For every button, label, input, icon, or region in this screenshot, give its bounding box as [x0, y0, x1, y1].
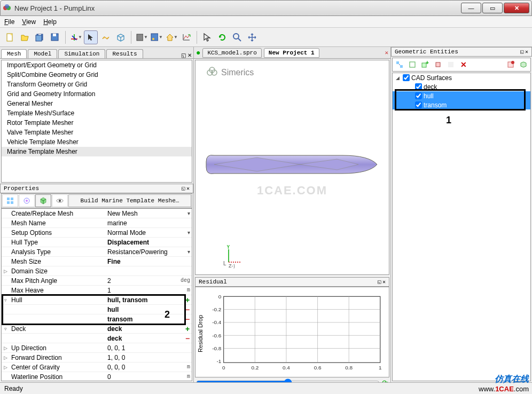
- add-icon[interactable]: +: [183, 325, 192, 333]
- properties-panel-title: Properties ◱✕: [0, 184, 193, 193]
- svg-rect-20: [11, 201, 13, 204]
- menu-help[interactable]: Help: [43, 18, 57, 26]
- tree-item-hull[interactable]: hull: [393, 91, 530, 100]
- svg-text:0.8: 0.8: [345, 365, 353, 371]
- prop-tool-2[interactable]: [19, 194, 35, 207]
- menu-file[interactable]: File: [4, 18, 14, 26]
- zoom-button[interactable]: [230, 30, 244, 44]
- svg-text:-0.4: -0.4: [212, 319, 222, 325]
- svg-text:-0.8: -0.8: [212, 345, 222, 351]
- list-item[interactable]: Vehicle Template Mesher: [2, 137, 192, 147]
- plot-button[interactable]: [179, 30, 193, 44]
- svg-text:1: 1: [379, 365, 382, 371]
- svg-text:-0.6: -0.6: [212, 333, 222, 338]
- svg-rect-13: [151, 34, 158, 41]
- geo-tool-5[interactable]: [445, 59, 457, 70]
- geo-tool-4[interactable]: [432, 59, 444, 70]
- close-panel-icon[interactable]: ✕: [187, 52, 192, 58]
- remove-icon[interactable]: −: [183, 305, 192, 314]
- list-item[interactable]: Marine Template Mesher: [2, 147, 192, 156]
- refresh-button[interactable]: [215, 30, 229, 44]
- list-item[interactable]: Grid and Geometry Information: [2, 89, 192, 99]
- 3d-viewport[interactable]: Simerics 1CAE.COM Y Z-｝ L: [195, 60, 389, 275]
- annotation-1: 1: [446, 115, 451, 126]
- close-panel-icon[interactable]: ✕: [525, 49, 528, 55]
- pan-button[interactable]: [245, 30, 259, 44]
- menu-view[interactable]: View: [22, 18, 36, 26]
- list-item[interactable]: General Mesher: [2, 99, 192, 108]
- tab-results[interactable]: Results: [106, 49, 143, 58]
- svg-text:-1: -1: [216, 358, 221, 364]
- minimize-button[interactable]: —: [461, 3, 481, 13]
- svg-point-24: [59, 200, 61, 202]
- svg-text:0.2: 0.2: [251, 365, 259, 371]
- add-icon[interactable]: +: [183, 296, 192, 304]
- save-image-button[interactable]: ▼: [150, 30, 163, 44]
- close-panel-icon[interactable]: ✕: [186, 185, 190, 192]
- list-item[interactable]: Split/Combine Geometry or Grid: [2, 70, 192, 80]
- geo-delete-icon[interactable]: ✕: [458, 59, 470, 70]
- undock-icon[interactable]: ◱: [182, 185, 185, 192]
- tree-item-deck[interactable]: deck: [393, 82, 530, 91]
- prop-tool-3[interactable]: [35, 194, 51, 207]
- simerics-logo: Simerics: [206, 67, 254, 78]
- svg-rect-56: [400, 65, 403, 68]
- prop-tool-4[interactable]: [52, 194, 68, 207]
- list-item[interactable]: Template Mesh/Surface: [2, 108, 192, 118]
- wireframe-button[interactable]: [114, 30, 128, 44]
- render-mode-button[interactable]: ▼: [135, 30, 148, 44]
- close-button[interactable]: ✕: [504, 3, 529, 13]
- tree-item-transom[interactable]: transom: [393, 100, 530, 109]
- geo-tool-1[interactable]: [394, 59, 405, 70]
- remove-icon[interactable]: −: [183, 315, 192, 324]
- svg-rect-17: [7, 198, 10, 200]
- undock-icon[interactable]: ◱: [378, 279, 381, 285]
- undock-icon[interactable]: ◱: [181, 52, 186, 58]
- list-item[interactable]: Transform Geometry or Grid: [2, 80, 192, 89]
- tree-root[interactable]: ◢CAD Surfaces: [393, 73, 530, 82]
- svg-text:+: +: [426, 61, 429, 66]
- cursor-mode-button[interactable]: [84, 30, 98, 44]
- file-tab[interactable]: KCS_model.spro: [202, 48, 261, 58]
- tab-model[interactable]: Model: [28, 49, 57, 58]
- svg-text:L: L: [223, 261, 226, 266]
- open-file-button[interactable]: [18, 30, 32, 44]
- svg-point-2: [5, 4, 9, 9]
- build-mesh-button[interactable]: Build Marine Template Meshe…: [68, 194, 191, 207]
- svg-rect-58: [410, 62, 415, 67]
- shading-button[interactable]: [99, 30, 113, 44]
- modified-icon: ●: [196, 49, 200, 57]
- axis-button[interactable]: ▼: [69, 30, 83, 44]
- file-tab[interactable]: New Project 1: [264, 48, 319, 58]
- svg-rect-19: [7, 201, 10, 204]
- menubar: File View Help: [0, 16, 532, 28]
- tab-mesh[interactable]: Mesh: [1, 49, 27, 58]
- close-tab-icon[interactable]: ✕: [385, 49, 388, 56]
- list-item[interactable]: Valve Template Mesher: [2, 128, 192, 137]
- save-button[interactable]: [48, 30, 62, 44]
- geo-tool-cube[interactable]: [518, 59, 529, 70]
- geo-tool-add[interactable]: +: [419, 59, 431, 70]
- home-view-button[interactable]: ▼: [165, 30, 178, 44]
- list-item[interactable]: Import/Export Geometry or Grid: [2, 60, 192, 70]
- svg-text:0: 0: [218, 294, 222, 300]
- geo-tool-filter[interactable]: [505, 59, 517, 70]
- geo-tool-2[interactable]: [406, 59, 418, 70]
- select-tool-button[interactable]: [200, 30, 214, 44]
- maximize-button[interactable]: ▭: [482, 3, 503, 13]
- svg-text:Residual Drop: Residual Drop: [198, 315, 204, 352]
- undock-icon[interactable]: ◱: [520, 49, 523, 55]
- residual-chart[interactable]: Residual Drop 0-0.2-0.4-0.6-0.8-1 00.20.…: [195, 287, 389, 377]
- window-titlebar: New Project 1 - PumpLinx — ▭ ✕: [0, 0, 532, 16]
- new-file-button[interactable]: [3, 30, 17, 44]
- svg-point-22: [26, 200, 28, 202]
- tab-simulation[interactable]: Simulation: [58, 49, 105, 58]
- close-panel-icon[interactable]: ✕: [382, 279, 386, 285]
- remove-icon[interactable]: −: [183, 334, 192, 343]
- svg-rect-61: [436, 62, 440, 67]
- save-all-button[interactable]: [33, 30, 47, 44]
- prop-tool-1[interactable]: [2, 194, 18, 207]
- list-item[interactable]: Rotor Template Mesher: [2, 118, 192, 128]
- svg-rect-8: [53, 34, 56, 36]
- svg-rect-18: [11, 198, 13, 200]
